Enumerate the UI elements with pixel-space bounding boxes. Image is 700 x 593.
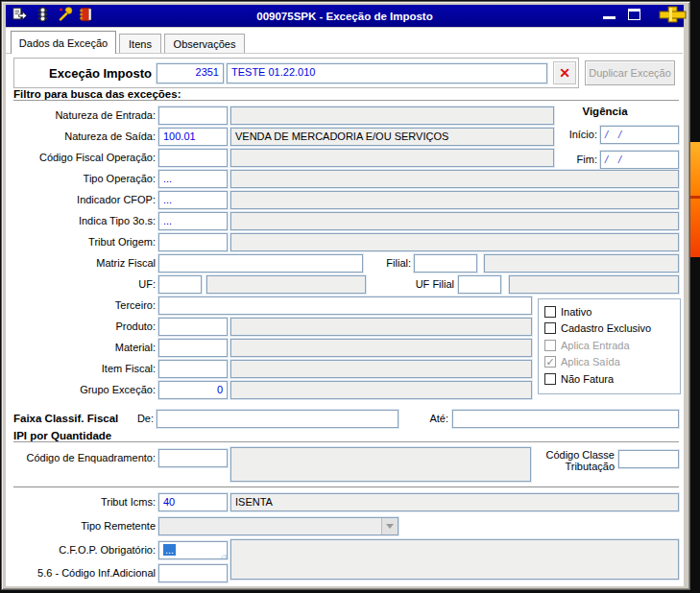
- vigencia-inicio-field[interactable]: / /: [600, 126, 679, 144]
- grupo-excecao-label: Grupo Exceção:: [19, 384, 156, 397]
- tipo-operacao-label: Tipo Operação:: [19, 173, 156, 186]
- uf-filial-field[interactable]: [458, 275, 501, 294]
- uf-filial-label: UF Filial: [384, 278, 454, 292]
- checkbox-box[interactable]: [544, 306, 556, 318]
- minimize-icon: [603, 16, 616, 19]
- checkbox-cadastro-exclusivo[interactable]: Cadastro Exclusivo: [544, 320, 680, 338]
- material-field[interactable]: [158, 339, 228, 357]
- enquadramento-label: Código de Enquadramento:: [19, 452, 156, 465]
- report-icon[interactable]: [12, 7, 28, 22]
- tribut-origem-field[interactable]: [158, 233, 228, 251]
- excecao-imposto-label: Exceção Imposto: [19, 66, 152, 80]
- indica-tipo-3os-label: Indica Tipo 3o.s:: [19, 215, 156, 228]
- vigencia-inicio-label: Início:: [538, 129, 597, 142]
- background-app-orange-bar: [690, 142, 700, 257]
- indicador-cfop-field[interactable]: ...: [158, 191, 228, 209]
- uf-field[interactable]: [158, 275, 202, 294]
- checkbox-group: InativoCadastro ExclusivoAplica Entrada✓…: [538, 298, 681, 394]
- faixa-de-field[interactable]: [157, 410, 398, 428]
- tipo-operacao-field[interactable]: ...: [158, 170, 228, 188]
- tab-itens[interactable]: Itens: [119, 34, 161, 54]
- checkbox-box[interactable]: [544, 322, 556, 334]
- gold-plus-icon: [652, 6, 694, 23]
- terceiro-field[interactable]: [158, 296, 532, 315]
- indica-tipo-3os-desc: [230, 212, 679, 230]
- dropdown-button[interactable]: [381, 518, 398, 534]
- item-fiscal-desc: [230, 360, 532, 378]
- tab-label: Itens: [129, 38, 152, 50]
- natureza-entrada-desc: [230, 107, 554, 125]
- selected-text: ...: [163, 544, 176, 556]
- ipi-section-title: IPI por Quantidade: [13, 430, 117, 441]
- tab-label: Observações: [174, 38, 236, 50]
- produto-field[interactable]: [158, 318, 228, 336]
- indica-tipo-3os-field[interactable]: ...: [158, 212, 228, 230]
- tab-observacoes[interactable]: Observações: [164, 34, 245, 54]
- faixa-section-title: Faixa Classif. Fiscal: [13, 413, 129, 426]
- filial-field[interactable]: [414, 254, 477, 273]
- cfop-obrigatorio-field[interactable]: ...: [158, 541, 228, 559]
- grupo-excecao-desc: [230, 381, 532, 399]
- clear-button[interactable]: ✕: [553, 61, 576, 84]
- natureza-entrada-label: Natureza de Entrada:: [19, 109, 156, 123]
- excecao-descricao-field[interactable]: TESTE 01.22.010: [227, 63, 547, 83]
- cfop-obrigatorio-label: C.F.O.P. Obrigatório:: [19, 544, 156, 557]
- enquadramento-field[interactable]: [158, 449, 228, 467]
- produto-desc: [230, 318, 532, 336]
- codigo-fiscal-desc: [230, 149, 554, 167]
- cod-inf-adicional-label: 5.6 - Código Inf.Adicional: [19, 567, 156, 581]
- filtro-section-title: Filtro para busca das exceções:: [13, 88, 187, 100]
- tab-dados-da-excecao[interactable]: Dados da Exceção: [11, 31, 116, 54]
- checkbox-label: Cadastro Exclusivo: [561, 322, 651, 334]
- material-desc: [230, 339, 532, 357]
- grupo-excecao-field[interactable]: 0: [158, 381, 228, 399]
- classe-tributacao-field[interactable]: [618, 450, 679, 468]
- checkbox-aplica-saida: ✓Aplica Saída: [544, 354, 680, 371]
- duplicar-excecao-button[interactable]: Duplicar Exceção: [585, 60, 675, 85]
- matriz-fiscal-label: Matriz Fiscal: [19, 257, 156, 271]
- filial-desc: [484, 254, 679, 273]
- tipo-remetente-label: Tipo Remetente: [19, 520, 156, 534]
- natureza-saida-label: Natureza de Saída:: [19, 130, 156, 144]
- enquadramento-desc: [230, 447, 531, 482]
- checkbox-inativo[interactable]: Inativo: [544, 303, 680, 320]
- titlebar[interactable]: 009075SPK - Exceção de Imposto: [6, 5, 684, 27]
- checkbox-label: Não Fatura: [561, 373, 614, 385]
- checkbox-box: ✓: [544, 356, 556, 368]
- tribut-icms-field[interactable]: 40: [158, 493, 228, 511]
- codigo-fiscal-field[interactable]: [158, 149, 228, 167]
- item-fiscal-field[interactable]: [158, 360, 228, 378]
- tipo-remetente-dropdown[interactable]: [158, 517, 398, 535]
- vigencia-fim-field[interactable]: / /: [600, 151, 679, 169]
- matriz-fiscal-field[interactable]: [158, 254, 363, 273]
- produto-label: Produto:: [19, 320, 156, 334]
- material-label: Material:: [19, 342, 156, 355]
- faixa-ate-field[interactable]: [452, 410, 679, 428]
- cod-inf-adicional-field[interactable]: [158, 564, 228, 582]
- natureza-saida-desc: VENDA DE MERCADORIA E/OU SERVIÇOS: [230, 128, 554, 146]
- natureza-saida-field[interactable]: 100.01: [158, 128, 228, 146]
- natureza-entrada-field[interactable]: [158, 107, 228, 125]
- checkbox-label: Inativo: [561, 306, 591, 318]
- checkbox-label: Aplica Entrada: [561, 340, 630, 351]
- traffic-light-icon[interactable]: [35, 7, 51, 22]
- indicador-cfop-desc: [230, 191, 679, 209]
- wrench-icon[interactable]: [57, 7, 73, 22]
- checkbox-box[interactable]: [544, 373, 556, 385]
- lookup-icon[interactable]: [221, 555, 228, 559]
- maximize-button[interactable]: [625, 6, 644, 23]
- close-button[interactable]: [652, 6, 694, 23]
- tipo-operacao-desc: [230, 170, 679, 188]
- tab-label: Dados da Exceção: [19, 37, 108, 49]
- tribut-icms-label: Tribut Icms:: [19, 496, 156, 510]
- window-title: 009075SPK - Exceção de Imposto: [256, 11, 432, 22]
- terceiro-label: Terceiro:: [19, 299, 156, 313]
- book-icon[interactable]: [78, 7, 94, 22]
- checkbox-nao-fatura[interactable]: Não Fatura: [544, 370, 680, 388]
- minimize-button[interactable]: [600, 6, 619, 23]
- tribut-icms-desc: ISENTA: [230, 493, 679, 511]
- vigencia-title: Vigência: [562, 106, 648, 119]
- excecao-codigo-field[interactable]: 2351: [157, 63, 224, 83]
- faixa-ate-label: Até:: [403, 413, 448, 426]
- indicador-cfop-label: Indicador CFOP:: [19, 194, 156, 207]
